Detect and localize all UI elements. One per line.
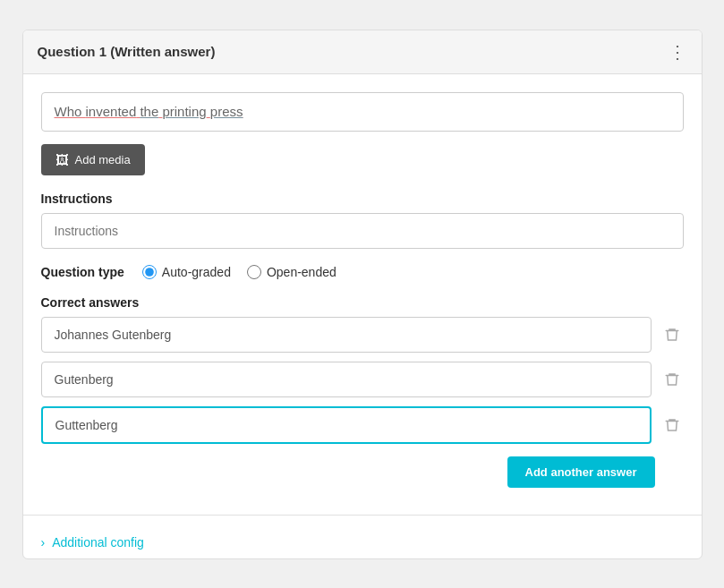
correct-answers-section: Correct answers: [41, 295, 684, 444]
card-title: Question 1 (Written answer): [38, 44, 216, 59]
delete-answer-2-button[interactable]: [660, 368, 684, 391]
correct-answers-label: Correct answers: [41, 295, 684, 310]
radio-auto-graded-input[interactable]: [142, 265, 157, 279]
radio-open-ended-input[interactable]: [247, 265, 261, 279]
answer-input-2[interactable]: [41, 362, 652, 397]
trash-icon-3: [664, 417, 680, 433]
card-body: Who invented the printing press 🖼 Add me…: [23, 74, 702, 515]
trash-icon-2: [664, 371, 680, 388]
instructions-label: Instructions: [41, 192, 684, 206]
radio-auto-graded-label: Auto-graded: [162, 265, 231, 279]
question-type-label: Question type: [41, 265, 124, 279]
answer-input-1[interactable]: [41, 317, 652, 353]
add-media-label: Add media: [75, 153, 131, 166]
more-options-icon[interactable]: ⋮: [669, 41, 687, 63]
additional-config-row[interactable]: › Additional config: [23, 526, 702, 558]
question-text-field[interactable]: Who invented the printing press: [41, 92, 684, 132]
media-icon: 🖼: [55, 152, 69, 167]
chevron-right-icon: ›: [41, 535, 46, 550]
delete-answer-1-button[interactable]: [660, 323, 684, 346]
question-card: Question 1 (Written answer) ⋮ Who invent…: [22, 30, 703, 559]
delete-answer-3-button[interactable]: [660, 413, 684, 437]
radio-auto-graded[interactable]: Auto-graded: [142, 265, 231, 279]
add-another-answer-button[interactable]: Add another answer: [507, 456, 655, 488]
answer-row-3: [41, 406, 684, 444]
radio-group: Auto-graded Open-ended: [142, 265, 336, 279]
additional-config-label: Additional config: [52, 535, 144, 550]
add-answer-row: Add another answer: [41, 456, 684, 488]
radio-open-ended[interactable]: Open-ended: [247, 265, 336, 279]
instructions-input[interactable]: [41, 213, 684, 249]
question-type-row: Question type Auto-graded Open-ended: [41, 265, 684, 279]
radio-open-ended-label: Open-ended: [267, 265, 336, 279]
trash-icon-1: [664, 327, 680, 343]
card-header: Question 1 (Written answer) ⋮: [23, 30, 702, 74]
answer-row-2: [41, 362, 684, 397]
answer-input-3[interactable]: [41, 406, 652, 444]
divider: [23, 515, 702, 516]
add-media-button[interactable]: 🖼 Add media: [41, 144, 145, 175]
answer-row-1: [41, 317, 684, 353]
